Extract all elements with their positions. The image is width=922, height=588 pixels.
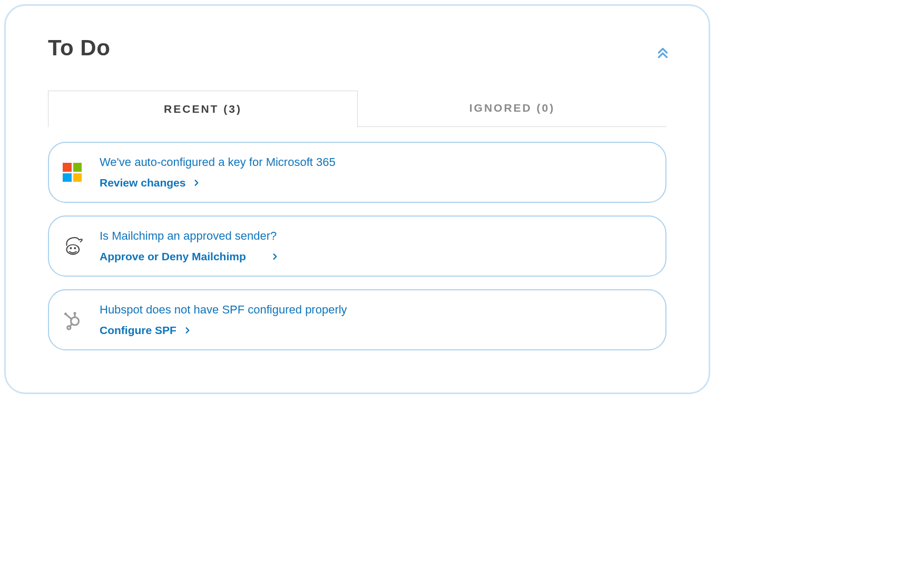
hubspot-logo-icon: [62, 309, 83, 330]
card-list: We've auto-configured a key for Microsof…: [48, 142, 666, 350]
svg-point-1: [70, 247, 72, 249]
microsoft-icon: [61, 161, 84, 184]
card-action-link[interactable]: Approve or Deny Mailchimp: [100, 250, 279, 263]
card-action-label: Review changes: [100, 177, 185, 189]
card-action-label: Approve or Deny Mailchimp: [100, 250, 246, 263]
card-title: Is Mailchimp an approved sender?: [100, 229, 654, 243]
chevron-right-icon: [271, 253, 279, 260]
mailchimp-icon: [61, 234, 84, 258]
card-body: Is Mailchimp an approved sender? Approve…: [100, 229, 654, 263]
card-body: Hubspot does not have SPF configured pro…: [100, 303, 654, 337]
chevron-double-up-icon: [656, 46, 670, 60]
svg-point-2: [74, 247, 76, 249]
todo-card[interactable]: We've auto-configured a key for Microsof…: [48, 142, 666, 203]
svg-line-9: [70, 324, 72, 326]
chevron-right-icon: [184, 327, 191, 334]
hubspot-icon: [61, 308, 84, 331]
todo-card[interactable]: Hubspot does not have SPF configured pro…: [48, 289, 666, 350]
card-title: Hubspot does not have SPF configured pro…: [100, 303, 654, 317]
tab-ignored[interactable]: IGNORED (0): [358, 90, 666, 126]
tab-recent[interactable]: RECENT (3): [48, 91, 358, 127]
card-action-link[interactable]: Configure SPF: [100, 324, 191, 337]
card-body: We've auto-configured a key for Microsof…: [100, 155, 654, 189]
collapse-button[interactable]: [656, 46, 670, 60]
chevron-right-icon: [193, 179, 200, 187]
tabs: RECENT (3) IGNORED (0): [48, 90, 666, 127]
card-title: We've auto-configured a key for Microsof…: [100, 155, 654, 169]
mailchimp-logo-icon: [61, 235, 83, 257]
panel-title: To Do: [48, 35, 666, 61]
svg-line-7: [66, 315, 71, 319]
card-action-label: Configure SPF: [100, 324, 176, 337]
card-action-link[interactable]: Review changes: [100, 177, 200, 189]
todo-card[interactable]: Is Mailchimp an approved sender? Approve…: [48, 215, 666, 277]
todo-panel: To Do RECENT (3) IGNORED (0) We've auto-…: [4, 4, 710, 394]
